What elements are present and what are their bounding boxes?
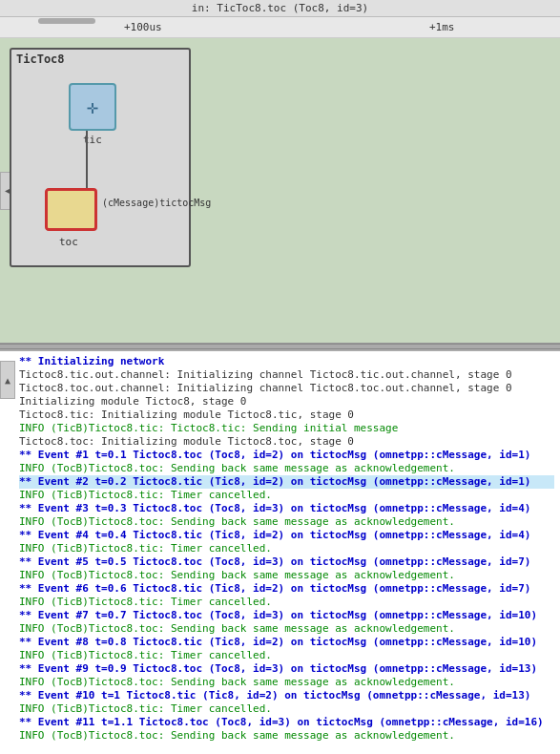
tic-node[interactable]: ✛ [69,83,116,131]
log-line: INFO (TicB)Tictoc8.tic: Tictoc8.tic: Sen… [19,422,554,435]
log-line: INFO (TicB)Tictoc8.tic: Timer cancelled. [19,542,554,555]
log-line: ** Event #7 t=0.7 Tictoc8.toc (Toc8, id=… [19,609,554,622]
log-line: INFO (TocB)Tictoc8.toc: Sending back sam… [19,569,554,582]
connection-line [86,131,88,188]
log-line: ** Event #4 t=0.4 Tictoc8.tic (Tic8, id=… [19,529,554,542]
log-line: INFO (TocB)Tictoc8.toc: Sending back sam… [19,515,554,529]
scroll-up-icon: ▲ [5,375,10,386]
log-line: ** Event #8 t=0.8 Tictoc8.tic (Tic8, id=… [19,636,554,649]
timeline-bar: +100us +1ms [0,17,560,38]
log-line: INFO (TicB)Tictoc8.tic: Timer cancelled. [19,649,554,662]
log-line: Tictoc8.toc.out.channel: Initializing ch… [19,382,554,395]
timeline-100us: +100us [124,21,162,33]
timeline-thumb[interactable] [38,18,95,24]
log-line: INFO (TicB)Tictoc8.tic: Timer cancelled. [19,702,554,716]
message-label: (cMessage)tictocMsg [102,198,211,208]
module-title: TicToc8 [11,50,189,69]
log-line: INFO (TicB)Tictoc8.tic: Timer cancelled. [19,596,554,609]
log-line: Tictoc8.tic.out.channel: Initializing ch… [19,368,554,382]
toc-label: toc [59,236,78,248]
log-line: ** Event #9 t=0.9 Tictoc8.toc (Toc8, id=… [19,662,554,676]
timeline-1ms: +1ms [429,21,455,33]
log-lines: ** Initializing networkTictoc8.tic.out.c… [19,355,554,743]
log-line: INFO (TocB)Tictoc8.toc: Sending back sam… [19,462,554,475]
log-line: Tictoc8.tic: Initializing module Tictoc8… [19,408,554,422]
log-area[interactable]: ▲ ** Initializing networkTictoc8.tic.out… [0,349,560,754]
toc-node[interactable] [45,188,97,231]
log-line: ** Initializing network [19,355,554,368]
log-line: INFO (TocB)Tictoc8.toc: Sending back sam… [19,676,554,689]
header-title: in: TicToc8.toc (Toc8, id=3) [192,2,368,14]
log-line: Initializing module Tictoc8, stage 0 [19,395,554,408]
log-line: ** Event #2 t=0.2 Tictoc8.tic (Tic8, id=… [19,475,554,489]
module-box: TicToc8 ✛ tic (cMessage)tictocMsg toc [10,48,191,267]
log-line: INFO (TocB)Tictoc8.toc: Sending back sam… [19,729,554,743]
log-line: ** Event #3 t=0.3 Tictoc8.toc (Toc8, id=… [19,502,554,515]
log-line: ** Event #11 t=1.1 Tictoc8.toc (Toc8, id… [19,716,554,729]
tic-arrows-icon: ✛ [87,95,98,118]
log-scroll-button[interactable]: ▲ [0,361,15,399]
log-line: INFO (TicB)Tictoc8.tic: Timer cancelled. [19,489,554,502]
log-line: INFO (TocB)Tictoc8.toc: Sending back sam… [19,622,554,636]
log-line: ** Event #10 t=1 Tictoc8.tic (Tic8, id=2… [19,689,554,702]
log-line: ** Event #6 t=0.6 Tictoc8.tic (Tic8, id=… [19,582,554,596]
log-line: Tictoc8.toc: Initializing module Tictoc8… [19,435,554,449]
log-line: ** Event #1 t=0.1 Tictoc8.toc (Toc8, id=… [19,449,554,462]
event-header: in: TicToc8.toc (Toc8, id=3) [0,0,560,17]
log-line: ** Event #5 t=0.5 Tictoc8.toc (Toc8, id=… [19,555,554,569]
simulation-canvas: ◀ TicToc8 ✛ tic (cMessage)tictocMsg toc [0,38,560,344]
